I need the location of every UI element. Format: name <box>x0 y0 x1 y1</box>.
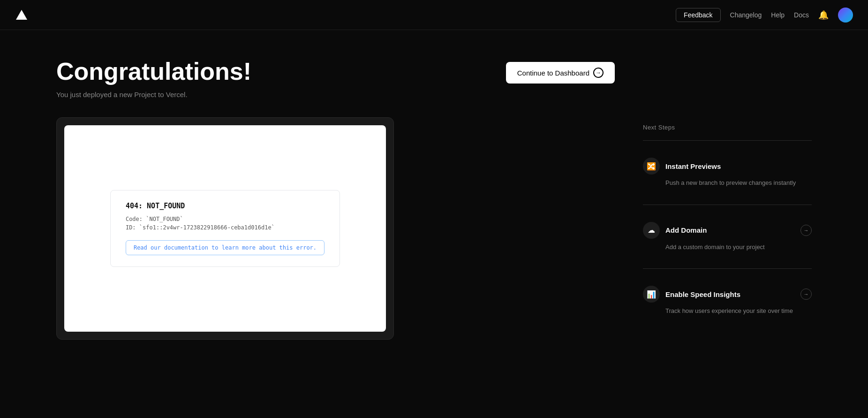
vercel-logo <box>15 8 28 22</box>
continue-dashboard-button[interactable]: Continue to Dashboard → <box>506 62 615 84</box>
arrow-circle-icon: → <box>593 68 604 78</box>
step-item-add-domain: ☁ Add Domain → Add a custom domain to yo… <box>643 214 812 259</box>
avatar[interactable] <box>838 8 853 23</box>
error-id-label: ID: <box>126 224 136 231</box>
error-id-line: ID: `sfo1::2v4wr-1723822918666-ceba1d016… <box>126 224 325 231</box>
error-title: 404: NOT_FOUND <box>126 202 325 210</box>
error-docs-link[interactable]: Read our documentation to learn more abo… <box>126 240 325 255</box>
navbar-left <box>15 8 28 22</box>
error-code-line: Code: `NOT_FOUND` <box>126 216 325 222</box>
title-area: Congratulations! You just deployed a new… <box>56 58 251 117</box>
help-link[interactable]: Help <box>771 11 785 19</box>
step-title-row-instant-previews: 🔀 Instant Previews <box>643 158 721 175</box>
error-code-label: Code: <box>126 216 143 222</box>
divider-top <box>643 140 812 141</box>
preview-inner: 404: NOT_FOUND Code: `NOT_FOUND` ID: `sf… <box>64 125 386 332</box>
notifications-icon[interactable]: 🔔 <box>818 10 829 20</box>
step-title-row-speed-insights: 📊 Enable Speed Insights <box>643 286 740 303</box>
left-panel: Congratulations! You just deployed a new… <box>56 58 615 340</box>
navbar: Feedback Changelog Help Docs 🔔 <box>0 0 868 30</box>
instant-previews-icon: 🔀 <box>643 158 660 175</box>
step-item-speed-insights: 📊 Enable Speed Insights → Track how user… <box>643 278 812 323</box>
svg-marker-0 <box>16 10 27 20</box>
next-steps-title: Next Steps <box>643 124 812 131</box>
speed-insights-arrow-icon[interactable]: → <box>800 289 812 300</box>
right-panel: Next Steps 🔀 Instant Previews Push a new… <box>643 58 812 340</box>
error-box: 404: NOT_FOUND Code: `NOT_FOUND` ID: `sf… <box>110 190 340 267</box>
docs-link[interactable]: Docs <box>794 11 809 19</box>
add-domain-arrow-icon[interactable]: → <box>800 225 812 236</box>
add-domain-title: Add Domain <box>665 226 707 234</box>
divider-2 <box>643 268 812 269</box>
add-domain-desc: Add a custom domain to your project <box>643 243 812 252</box>
error-code-value: `NOT_FOUND` <box>146 216 183 222</box>
main-content: Congratulations! You just deployed a new… <box>0 30 868 340</box>
instant-previews-title: Instant Previews <box>665 162 721 170</box>
preview-container: 404: NOT_FOUND Code: `NOT_FOUND` ID: `sf… <box>56 117 394 340</box>
speed-insights-title: Enable Speed Insights <box>665 290 740 298</box>
step-header-add-domain: ☁ Add Domain → <box>643 222 812 239</box>
add-domain-icon: ☁ <box>643 222 660 239</box>
step-header-speed-insights: 📊 Enable Speed Insights → <box>643 286 812 303</box>
navbar-right: Feedback Changelog Help Docs 🔔 <box>676 8 853 23</box>
step-header-instant-previews: 🔀 Instant Previews <box>643 158 812 175</box>
page-title: Congratulations! <box>56 58 251 85</box>
speed-insights-desc: Track how users experience your site ove… <box>643 306 812 316</box>
step-item-instant-previews: 🔀 Instant Previews Push a new branch to … <box>643 150 812 195</box>
divider-1 <box>643 205 812 205</box>
speed-insights-icon: 📊 <box>643 286 660 303</box>
error-id-value: `sfo1::2v4wr-1723822918666-ceba1d016d1e` <box>139 224 275 231</box>
step-title-row-add-domain: ☁ Add Domain <box>643 222 707 239</box>
header-row: Congratulations! You just deployed a new… <box>56 58 615 117</box>
feedback-button[interactable]: Feedback <box>676 8 720 22</box>
continue-button-label: Continue to Dashboard <box>517 69 589 77</box>
page-subtitle: You just deployed a new Project to Verce… <box>56 91 251 99</box>
instant-previews-desc: Push a new branch to preview changes ins… <box>643 178 812 188</box>
changelog-link[interactable]: Changelog <box>730 11 762 19</box>
